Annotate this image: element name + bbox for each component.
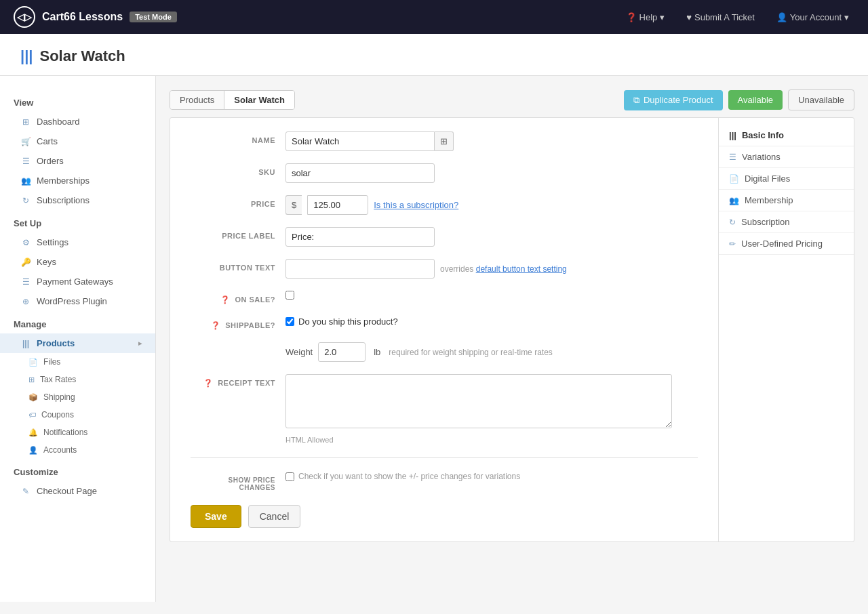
show-price-label: SHOW PRICE CHANGES (191, 472, 285, 491)
files-icon: 📄 (28, 358, 38, 367)
products-left: ||| Products (20, 338, 75, 348)
price-row: PRICE $ Is this a subscription? (191, 195, 698, 215)
sidebar-item-memberships[interactable]: 👥 Memberships (0, 171, 155, 190)
form-main: NAME ⊞ SKU (170, 118, 718, 541)
sidebar-item-label: Checkout Page (37, 486, 97, 496)
sidebar-item-carts[interactable]: 🛒 Carts (0, 131, 155, 151)
shippable-help-icon[interactable]: ❓ (211, 321, 221, 329)
sidebar-item-notifications[interactable]: 🔔 Notifications (0, 424, 155, 441)
sidebar-sub-label: Shipping (43, 392, 75, 402)
shippable-checkbox[interactable] (285, 317, 294, 326)
subscription-item[interactable]: ↻ Subscription (719, 211, 854, 233)
user-defined-pricing-item[interactable]: ✏ User-Defined Pricing (719, 233, 854, 255)
sidebar-item-orders[interactable]: ☰ Orders (0, 151, 155, 171)
membership-item[interactable]: 👥 Membership (719, 190, 854, 211)
name-control: ⊞ (285, 131, 698, 151)
sku-input[interactable] (285, 163, 435, 183)
product-header: Products Solar Watch ⧉ Duplicate Product… (170, 89, 854, 110)
notifications-icon: 🔔 (28, 428, 38, 437)
show-price-checkbox[interactable] (285, 472, 294, 481)
sidebar-item-dashboard[interactable]: ⊞ Dashboard (0, 112, 155, 131)
shippable-checkbox-wrapper: Do you ship this product? (285, 316, 398, 327)
show-price-row: SHOW PRICE CHANGES Check if you want to … (191, 472, 698, 491)
button-text-input[interactable] (285, 259, 435, 279)
page-header: ||| Solar Watch (0, 34, 868, 76)
sidebar-item-payment-gateways[interactable]: ☰ Payment Gateways (0, 272, 155, 291)
on-sale-checkbox[interactable] (285, 291, 294, 300)
on-sale-help-icon[interactable]: ❓ (220, 295, 231, 304)
subscription-icon: ↻ (729, 218, 736, 227)
on-sale-row: ❓ ON SALE? (191, 291, 698, 304)
duplicate-product-button[interactable]: ⧉ Duplicate Product (624, 90, 723, 110)
variations-icon: ☰ (729, 152, 736, 162)
weight-unit: lb (371, 343, 383, 361)
variations-item[interactable]: ☰ Variations (719, 146, 854, 168)
sidebar-item-files[interactable]: 📄 Files (0, 353, 155, 371)
shippable-row: ❓ SHIPPABLE? Do you ship this product? (191, 316, 698, 330)
help-link[interactable]: ❓ Help ▾ (620, 12, 671, 22)
weight-control: Weight lb required for weight shipping o… (285, 342, 698, 362)
show-price-hint: Check if you want to show the +/- price … (298, 472, 520, 481)
name-icon-button[interactable]: ⊞ (435, 131, 454, 151)
wordpress-icon: ⊕ (20, 297, 31, 306)
sidebar-section-manage: Manage (0, 311, 155, 333)
form-sidebar: ||| Basic Info ☰ Variations 📄 Digital Fi… (718, 118, 854, 541)
sidebar-item-keys[interactable]: 🔑 Keys (0, 252, 155, 272)
save-button[interactable]: Save (191, 505, 241, 528)
tax-icon: ⊞ (28, 375, 35, 384)
weight-input[interactable] (318, 342, 366, 362)
user-defined-icon: ✏ (729, 239, 736, 249)
sidebar-item-tax-rates[interactable]: ⊞ Tax Rates (0, 371, 155, 388)
price-input[interactable] (307, 195, 368, 215)
html-allowed-hint: HTML Allowed (285, 436, 334, 444)
user-icon: 👤 (776, 12, 787, 22)
copy-icon: ⧉ (633, 95, 639, 106)
sku-label: SKU (191, 163, 285, 176)
form-actions: Save Cancel (191, 505, 698, 528)
breadcrumb-tab-solar-watch[interactable]: Solar Watch (224, 91, 294, 109)
price-control: $ Is this a subscription? (285, 195, 698, 215)
account-link[interactable]: 👤 Your Account ▾ (771, 12, 854, 22)
form-divider (191, 457, 698, 458)
orders-icon: ☰ (20, 157, 31, 166)
price-label-input[interactable] (285, 227, 435, 247)
top-navigation: ◁▷ Cart66 Lessons Test Mode ❓ Help ▾ ♥ S… (0, 0, 868, 34)
sidebar-item-accounts[interactable]: 👤 Accounts (0, 441, 155, 459)
available-button[interactable]: Available (728, 90, 783, 110)
digital-files-item[interactable]: 📄 Digital Files (719, 168, 854, 190)
sidebar: View ⊞ Dashboard 🛒 Carts ☰ Orders 👥 Memb… (0, 76, 156, 602)
sidebar-section-setup: Set Up (0, 210, 155, 232)
receipt-help-icon[interactable]: ❓ (203, 379, 214, 387)
sidebar-item-wordpress-plugin[interactable]: ⊕ WordPress Plugin (0, 291, 155, 311)
button-text-label: BUTTON TEXT (191, 259, 285, 272)
page-wrapper: ||| Solar Watch View ⊞ Dashboard 🛒 Carts… (0, 34, 868, 614)
price-label-control (285, 227, 698, 247)
unavailable-button[interactable]: Unavailable (788, 89, 854, 110)
sidebar-item-settings[interactable]: ⚙ Settings (0, 232, 155, 252)
sidebar-item-subscriptions[interactable]: ↻ Subscriptions (0, 190, 155, 210)
name-input[interactable] (285, 131, 435, 151)
receipt-text-input[interactable] (285, 374, 672, 428)
weight-row: Weight lb required for weight shipping o… (191, 342, 698, 362)
receipt-text-label: ❓ RECEIPT TEXT (191, 374, 285, 388)
price-label: PRICE (191, 195, 285, 208)
sidebar-item-label: WordPress Plugin (37, 296, 107, 306)
on-sale-label: ❓ ON SALE? (191, 291, 285, 304)
help-chevron-icon: ▾ (660, 12, 665, 22)
sidebar-sub-label: Tax Rates (40, 375, 76, 384)
on-sale-control (285, 291, 698, 300)
content-area: View ⊞ Dashboard 🛒 Carts ☰ Orders 👥 Memb… (0, 76, 868, 602)
sidebar-item-label: Memberships (37, 176, 90, 186)
button-text-hint-link[interactable]: default button text setting (476, 264, 567, 274)
products-icon: ||| (20, 339, 31, 348)
button-text-row: BUTTON TEXT overrides default button tex… (191, 259, 698, 279)
breadcrumb-tab-products[interactable]: Products (170, 91, 224, 109)
sidebar-item-checkout-page[interactable]: ✎ Checkout Page (0, 481, 155, 501)
sidebar-item-coupons[interactable]: 🏷 Coupons (0, 406, 155, 424)
cancel-button[interactable]: Cancel (248, 505, 301, 528)
name-input-wrapper: ⊞ (285, 131, 454, 151)
submit-ticket-link[interactable]: ♥ Submit A Ticket (681, 12, 760, 22)
sidebar-item-products[interactable]: ||| Products ▸ (0, 333, 155, 353)
subscription-link[interactable]: Is this a subscription? (374, 200, 458, 210)
sidebar-item-shipping[interactable]: 📦 Shipping (0, 388, 155, 406)
